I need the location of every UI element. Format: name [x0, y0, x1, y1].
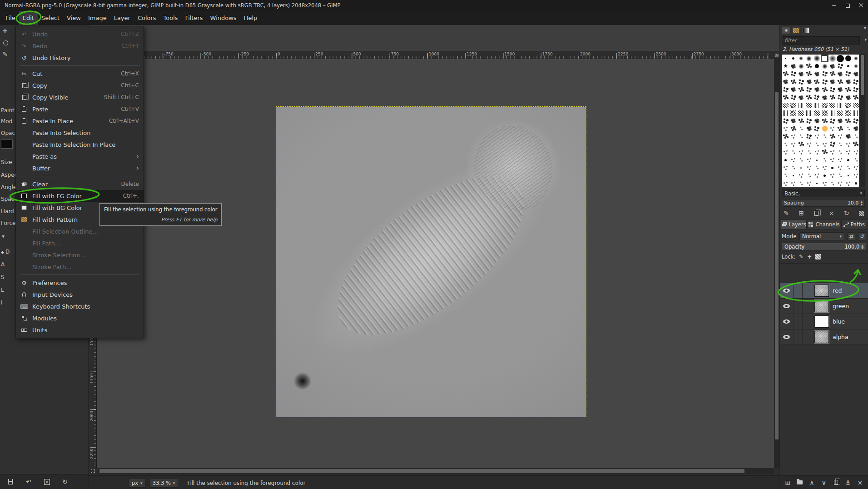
brush-cell[interactable]	[782, 55, 789, 62]
brush-cell[interactable]	[797, 94, 805, 101]
delete-brush-button[interactable]: ×	[827, 209, 836, 217]
brush-cell[interactable]	[852, 94, 859, 101]
brush-cell[interactable]	[805, 109, 813, 117]
brush-cell[interactable]	[813, 156, 821, 164]
brush-cell[interactable]	[821, 140, 828, 148]
brush-cell[interactable]	[844, 180, 852, 187]
layer-row-alpha[interactable]: alpha	[780, 329, 868, 345]
brush-cell[interactable]	[789, 140, 797, 148]
layer-visibility-toggle[interactable]	[780, 283, 794, 298]
patterns-tab[interactable]	[792, 27, 800, 34]
brush-cell[interactable]	[836, 125, 844, 133]
brush-cell[interactable]	[789, 55, 797, 62]
brush-cell[interactable]	[797, 86, 805, 94]
brush-cell[interactable]	[797, 133, 805, 140]
brush-cell[interactable]	[797, 55, 805, 62]
brush-cell[interactable]	[813, 148, 821, 156]
menubar-item-image[interactable]: Image	[84, 11, 110, 25]
brush-cell[interactable]	[782, 101, 789, 109]
layer-mode-dropdown[interactable]: Normal ▾	[799, 232, 844, 240]
brush-cell[interactable]	[844, 78, 852, 86]
brush-grid-scrollbar[interactable]	[860, 54, 865, 187]
raise-layer-button[interactable]: ∧	[807, 478, 817, 488]
brush-cell[interactable]	[828, 55, 836, 62]
horizontal-ruler[interactable]: -750-500-2500250500750100012501500175020…	[97, 51, 774, 59]
tab-channels[interactable]: Channels	[808, 220, 840, 230]
image-canvas[interactable]	[97, 59, 774, 468]
brush-cell[interactable]	[797, 140, 805, 148]
brush-cell[interactable]	[797, 101, 805, 109]
brush-cell[interactable]	[805, 140, 813, 148]
edit-menu-item-copy[interactable]: CopyCtrl+C	[16, 80, 144, 91]
brush-cell[interactable]	[805, 62, 813, 70]
brush-cell[interactable]	[805, 148, 813, 156]
edit-menu-item-cut[interactable]: ✂CutCtrl+X	[16, 68, 144, 80]
brush-cell[interactable]	[852, 164, 859, 172]
brush-cell[interactable]	[805, 117, 813, 125]
brush-cell[interactable]	[813, 125, 821, 133]
brush-cell[interactable]	[852, 148, 859, 156]
brush-grid-scrollbar-thumb[interactable]	[861, 55, 864, 95]
brush-cell[interactable]	[821, 180, 828, 187]
menubar-item-layer[interactable]: Layer	[110, 11, 134, 25]
brush-cell[interactable]	[821, 86, 828, 94]
brush-cell[interactable]	[789, 133, 797, 140]
delete-layer-button[interactable]: ×	[855, 478, 865, 488]
new-layer-button[interactable]: ⊞	[783, 478, 793, 488]
brush-cell[interactable]	[828, 140, 836, 148]
brush-cell[interactable]	[852, 101, 859, 109]
brush-cell[interactable]	[844, 125, 852, 133]
brush-cell[interactable]	[789, 125, 797, 133]
tool-option-toggle-a[interactable]: A	[1, 261, 5, 268]
anchor-layer-button[interactable]: ⚓	[843, 478, 853, 488]
brush-cell[interactable]	[797, 164, 805, 172]
brush-cell[interactable]	[813, 180, 821, 187]
brush-cell[interactable]	[789, 109, 797, 117]
brush-cell[interactable]	[828, 180, 836, 187]
brush-cell[interactable]	[805, 94, 813, 101]
lock-pixels-toggle[interactable]: ✎	[799, 254, 804, 260]
vertical-scrollbar-thumb[interactable]	[775, 92, 779, 439]
gradients-tab[interactable]	[802, 27, 810, 34]
brush-cell[interactable]	[836, 156, 844, 164]
brush-cell[interactable]	[844, 156, 852, 164]
brush-cell[interactable]	[805, 86, 813, 94]
brush-cell[interactable]	[782, 148, 789, 156]
menubar-item-windows[interactable]: Windows	[207, 11, 240, 25]
brush-cell[interactable]	[797, 180, 805, 187]
brush-cell[interactable]	[836, 140, 844, 148]
brush-cell[interactable]	[813, 94, 821, 101]
brush-cell[interactable]	[836, 62, 844, 70]
switch-mode-group-button[interactable]: ⇄	[847, 232, 855, 240]
edit-menu-item-undo-history[interactable]: ↺Undo History	[16, 52, 144, 64]
tool-option-toggle-i[interactable]: I	[1, 299, 3, 306]
brush-cell[interactable]	[805, 78, 813, 86]
brush-cell[interactable]	[836, 117, 844, 125]
brush-cell[interactable]	[828, 148, 836, 156]
brush-cell[interactable]	[821, 117, 828, 125]
brush-cell[interactable]	[836, 78, 844, 86]
tab-layers[interactable]: Layers	[781, 220, 807, 230]
layer-thumbnail[interactable]	[814, 300, 829, 312]
brush-cell[interactable]	[813, 109, 821, 117]
brush-cell[interactable]	[789, 70, 797, 78]
maximize-button[interactable]	[841, 0, 854, 11]
layer-name[interactable]: red	[833, 287, 842, 294]
brush-cell[interactable]	[852, 109, 859, 117]
tool-option-toggle-s[interactable]: S	[1, 274, 5, 280]
brush-cell[interactable]	[852, 86, 859, 94]
layer-row-blue[interactable]: blue	[780, 314, 868, 329]
brush-cell[interactable]	[821, 109, 828, 117]
brush-cell-selected[interactable]	[821, 55, 828, 62]
layer-thumbnail[interactable]	[814, 284, 829, 297]
brush-cell[interactable]	[836, 180, 844, 187]
brush-cell[interactable]	[782, 94, 789, 101]
layer-name[interactable]: alpha	[833, 334, 848, 340]
brush-cell[interactable]	[813, 86, 821, 94]
select-tool-icon[interactable]	[3, 40, 8, 45]
duplicate-layer-button[interactable]	[831, 478, 841, 488]
brush-cell[interactable]	[782, 78, 789, 86]
brush-cell[interactable]	[789, 62, 797, 70]
edit-menu-item-units[interactable]: Units	[16, 324, 144, 336]
brush-cell[interactable]	[844, 133, 852, 140]
